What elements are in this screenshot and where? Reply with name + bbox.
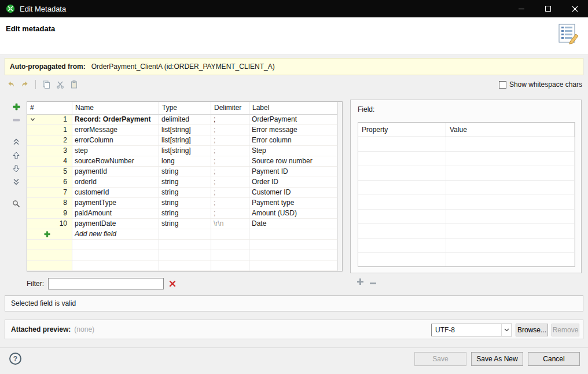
filter-input[interactable] [48, 278, 164, 289]
close-button[interactable] [561, 0, 588, 17]
field-name-cell[interactable]: paidAmount [72, 208, 159, 219]
field-type-cell[interactable]: string [159, 208, 211, 219]
clear-filter-icon[interactable] [169, 280, 176, 287]
record-type-cell[interactable]: delimited [159, 115, 211, 125]
maximize-button[interactable] [535, 0, 561, 17]
field-name-cell[interactable]: paymentId [72, 167, 159, 177]
field-delimiter-cell[interactable]: ; [211, 125, 249, 135]
field-name-cell[interactable]: errorMessage [72, 125, 159, 135]
field-delimiter-cell[interactable]: \r\n [211, 219, 249, 229]
add-new-field-label[interactable]: Add new field [72, 229, 159, 240]
field-actions-strip [9, 102, 23, 208]
help-icon[interactable]: ? [9, 353, 21, 365]
cancel-button[interactable]: Cancel [528, 352, 580, 366]
table-row[interactable]: 3steplist[string];Step [27, 146, 342, 156]
table-scrollbar[interactable] [337, 102, 342, 271]
record-row-number-cell[interactable]: 1 [27, 115, 72, 125]
field-type-cell[interactable]: string [159, 198, 211, 208]
move-to-top-icon[interactable] [12, 137, 21, 146]
table-row[interactable]: 8paymentTypestring;Payment type [27, 198, 342, 208]
collapse-chevron-icon[interactable] [30, 117, 35, 122]
field-label-cell[interactable]: Source row number [249, 156, 337, 167]
empty-row [27, 261, 342, 271]
field-type-cell[interactable]: string [159, 167, 211, 177]
field-type-cell[interactable]: string [159, 188, 211, 198]
field-label-cell[interactable]: Error column [249, 135, 337, 146]
field-delimiter-cell[interactable]: ; [211, 177, 249, 188]
field-type-cell[interactable]: list[string] [159, 146, 211, 156]
field-name-cell[interactable]: sourceRowNumber [72, 156, 159, 167]
field-label-cell[interactable]: Error message [249, 125, 337, 135]
dialog-header: Edit metadata [0, 17, 588, 55]
empty-cell [211, 229, 249, 240]
show-whitespace-label[interactable]: Show whitespace chars [509, 80, 582, 89]
minimize-button[interactable] [508, 0, 535, 17]
field-name-cell[interactable]: customerId [72, 188, 159, 198]
encoding-select[interactable]: UTF-8 [431, 324, 512, 336]
table-row[interactable]: 7customerIdstring;Customer ID [27, 188, 342, 198]
field-type-cell[interactable]: long [159, 156, 211, 167]
table-row[interactable]: 10paymentDatestring\r\nDate [27, 219, 342, 229]
field-label-cell[interactable]: Order ID [249, 177, 337, 188]
show-whitespace-checkbox[interactable] [499, 81, 506, 89]
value-cell [446, 166, 575, 181]
table-row-record[interactable]: 1Record: OrderPaymentdelimited;OrderPaym… [27, 115, 342, 125]
show-whitespace-option: Show whitespace chars [499, 80, 582, 89]
field-label-cell[interactable]: Payment type [249, 198, 337, 208]
find-icon[interactable] [12, 199, 21, 208]
field-delimiter-cell[interactable]: ; [211, 188, 249, 198]
value-cell [446, 152, 575, 166]
field-name-cell[interactable]: paymentDate [72, 219, 159, 229]
record-delimiter-cell[interactable]: ; [211, 115, 249, 125]
field-delimiter-cell[interactable]: ; [211, 135, 249, 146]
field-type-cell[interactable]: list[string] [159, 135, 211, 146]
cut-icon[interactable] [55, 79, 65, 90]
table-row[interactable]: 2errorColumnlist[string];Error column [27, 135, 342, 146]
table-row[interactable]: 9paidAmountstring;Amount (USD) [27, 208, 342, 219]
add-field-icon[interactable] [12, 102, 21, 111]
value-cell [446, 210, 575, 224]
move-up-icon[interactable] [12, 151, 21, 160]
field-name-cell[interactable]: step [72, 146, 159, 156]
metadata-edit-icon [557, 23, 580, 47]
field-label-cell[interactable]: Step [249, 146, 337, 156]
field-delimiter-cell[interactable]: ; [211, 167, 249, 177]
add-field-row[interactable]: Add new field [27, 229, 342, 240]
copy-icon[interactable] [41, 79, 52, 90]
value-cell [446, 253, 575, 267]
remove-button: Remove [552, 324, 579, 336]
record-label-cell[interactable]: OrderPayment [249, 115, 337, 125]
remove-field-icon[interactable] [12, 115, 21, 124]
field-label-cell[interactable]: Amount (USD) [249, 208, 337, 219]
value-cell [446, 195, 575, 210]
field-label-cell[interactable]: Customer ID [249, 188, 337, 198]
field-type-cell[interactable]: string [159, 177, 211, 188]
field-name-cell[interactable]: errorColumn [72, 135, 159, 146]
field-type-cell[interactable]: list[string] [159, 125, 211, 135]
field-delimiter-cell[interactable]: ; [211, 146, 249, 156]
add-field-button-cell[interactable] [27, 229, 72, 240]
field-name-cell[interactable]: orderId [72, 177, 159, 188]
field-name-cell[interactable]: paymentType [72, 198, 159, 208]
move-to-bottom-icon[interactable] [12, 177, 21, 186]
save-as-new-button[interactable]: Save As New [471, 352, 523, 366]
record-name-cell[interactable]: Record: OrderPayment [72, 115, 159, 125]
field-delimiter-cell[interactable]: ; [211, 156, 249, 167]
field-type-cell[interactable]: string [159, 219, 211, 229]
field-label-cell[interactable]: Payment ID [249, 167, 337, 177]
field-delimiter-cell[interactable]: ; [211, 208, 249, 219]
table-row[interactable]: 4sourceRowNumberlong;Source row number [27, 156, 342, 167]
field-label-cell[interactable]: Date [249, 219, 337, 229]
table-row[interactable]: 6orderIdstring;Order ID [27, 177, 342, 188]
add-field-icon[interactable] [44, 231, 50, 237]
undo-icon[interactable] [6, 79, 16, 90]
table-row[interactable]: 5paymentIdstring;Payment ID [27, 167, 342, 177]
browse-button[interactable]: Browse... [516, 324, 548, 336]
move-down-icon[interactable] [12, 164, 21, 173]
redo-icon[interactable] [20, 79, 30, 90]
add-property-icon[interactable] [357, 278, 363, 287]
remove-property-icon[interactable] [370, 278, 376, 287]
table-row[interactable]: 1errorMessagelist[string];Error message [27, 125, 342, 135]
paste-icon[interactable] [69, 79, 79, 90]
field-delimiter-cell[interactable]: ; [211, 198, 249, 208]
